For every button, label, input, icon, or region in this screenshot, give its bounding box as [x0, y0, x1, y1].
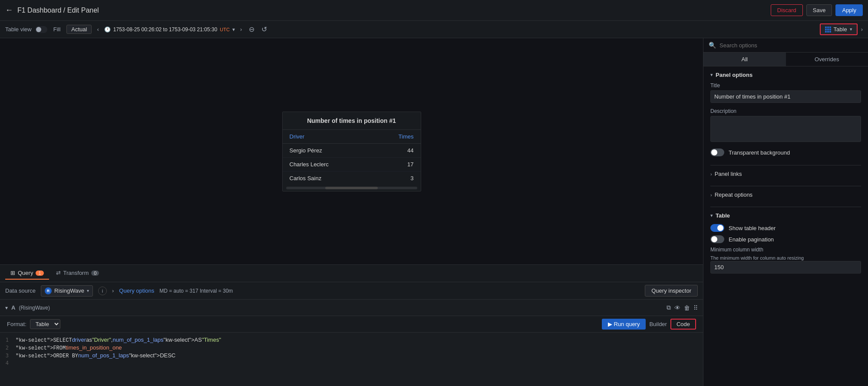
time-range-picker[interactable]: 🕐 1753-08-25 00:26:02 to 1753-09-03 21:0… — [104, 26, 235, 33]
time-next-button[interactable]: › — [238, 26, 244, 33]
code-button[interactable]: Code — [670, 319, 696, 330]
tab-transform-badge: 0 — [91, 271, 99, 276]
time-prev-button[interactable]: ‹ — [95, 26, 100, 33]
bottom-panel: ⊞ Query 1 ⇄ Transform 0 Data source R Ri… — [0, 264, 703, 386]
title-field-group: Title — [710, 82, 861, 103]
time-chevron-icon: ▾ — [232, 26, 235, 33]
description-textarea[interactable] — [710, 116, 861, 142]
min-col-width-input[interactable] — [710, 261, 861, 274]
repeat-options-chevron: › — [710, 192, 712, 198]
table-view-label: Table view — [5, 26, 32, 33]
query-tabs: ⊞ Query 1 ⇄ Transform 0 — [0, 265, 703, 282]
times-cell: 3 — [372, 171, 420, 185]
tab-transform[interactable]: ⇄ Transform 0 — [51, 267, 105, 280]
drag-handle[interactable]: ⠿ — [693, 304, 698, 311]
time-range-text: 1753-08-25 00:26:02 to 1753-09-03 21:05:… — [113, 26, 218, 33]
data-source-selector[interactable]: R RisingWave ▾ — [41, 285, 93, 297]
panel-options-chevron: ▾ — [710, 72, 713, 78]
tab-transform-icon: ⇄ — [56, 270, 61, 276]
delete-query-button[interactable]: 🗑 — [684, 304, 690, 311]
search-bar: 🔍 — [703, 38, 868, 53]
horizontal-scrollbar[interactable] — [286, 187, 417, 189]
refresh-button[interactable]: ↺ — [260, 25, 269, 33]
copy-query-button[interactable]: ⧉ — [667, 304, 671, 311]
top-nav: ← F1 Dashboard / Edit Panel Discard Save… — [0, 0, 868, 21]
tab-query[interactable]: ⊞ Query 1 — [5, 267, 49, 280]
right-panel: 🔍 All Overrides ▾ Panel options Title — [703, 38, 868, 386]
datasource-icon: R — [45, 287, 52, 294]
show-table-header-toggle[interactable] — [710, 224, 724, 232]
tab-all[interactable]: All — [703, 53, 786, 66]
format-label: Format: — [7, 321, 26, 327]
transparent-bg-label: Transparent background — [729, 149, 790, 156]
code-editor[interactable]: 1 "kw-select">SELECT driver as "Driver",… — [0, 333, 703, 386]
search-options-input[interactable] — [719, 42, 863, 49]
code-line: 2 "kw-select">FROM times_in_position_one — [0, 344, 703, 352]
transparent-bg-toggle[interactable] — [710, 148, 724, 156]
tab-query-label: Query — [18, 270, 33, 276]
query-label: A — [11, 304, 15, 311]
description-label: Description — [710, 108, 861, 114]
repeat-options-header[interactable]: › Repeat options — [710, 191, 861, 198]
search-icon: 🔍 — [709, 42, 716, 49]
times-cell: 17 — [372, 157, 420, 171]
viz-chevron-icon: ▾ — [850, 26, 852, 32]
collapse-button[interactable]: ▾ — [5, 305, 8, 311]
panel-title-input[interactable] — [710, 90, 861, 103]
editor-action-icons: ⧉ 👁 🗑 ⠿ — [667, 304, 698, 311]
viz-label: Table — [834, 26, 847, 33]
driver-cell: Charles Leclerc — [283, 157, 372, 171]
enable-pagination-row: Enable pagination — [710, 235, 861, 243]
format-select[interactable]: Table — [30, 319, 60, 329]
data-table: Driver Times Sergio Pérez 44 Charles Lec… — [283, 130, 421, 185]
table-row: Sergio Pérez 44 — [283, 143, 421, 157]
data-table-container: Number of times in position #1 Driver Ti… — [282, 112, 421, 191]
tab-query-icon: ⊞ — [10, 270, 15, 276]
query-options-link[interactable]: Query options — [119, 287, 154, 294]
tab-overrides[interactable]: Overrides — [786, 53, 868, 66]
repeat-options-section: › Repeat options — [710, 186, 861, 207]
preview-area: Number of times in position #1 Driver Ti… — [0, 38, 703, 264]
panel-links-section: › Panel links — [710, 165, 861, 186]
apply-button[interactable]: Apply — [835, 4, 863, 16]
save-button[interactable]: Save — [806, 4, 832, 16]
fill-button[interactable]: Fill — [51, 25, 63, 33]
visualization-selector[interactable]: Table ▾ — [820, 23, 858, 35]
table-section-chevron: ▾ — [710, 213, 713, 218]
back-button[interactable]: ← — [5, 6, 13, 15]
code-line: 4 — [0, 360, 703, 366]
transparent-bg-row: Transparent background — [710, 148, 861, 156]
col-header-driver: Driver — [283, 130, 372, 144]
viz-right-arrow[interactable]: › — [861, 26, 863, 33]
zoom-out-button[interactable]: ⊖ — [247, 25, 256, 33]
min-col-width-label: Minimum column width — [710, 247, 861, 253]
panel-links-chevron: › — [710, 172, 712, 177]
table-section-title: Table — [716, 212, 730, 219]
driver-cell: Carlos Sainz — [283, 171, 372, 185]
datasource-info-button[interactable]: i — [98, 287, 107, 295]
toggle-visibility-button[interactable]: 👁 — [674, 304, 680, 311]
right-content: ▾ Panel options Title Description Transp… — [703, 66, 868, 386]
datasource-chevron-icon: ▾ — [87, 288, 89, 293]
title-field-label: Title — [710, 82, 861, 89]
discard-button[interactable]: Discard — [771, 4, 803, 16]
query-meta: MD = auto = 317 Interval = 30m — [159, 288, 233, 294]
utc-badge: UTC — [220, 27, 230, 32]
run-query-button[interactable]: ▶ Run query — [602, 319, 646, 330]
driver-cell: Sergio Pérez — [283, 143, 372, 157]
min-col-width-help: The minimum width for column auto resizi… — [710, 255, 804, 261]
center-panel: Number of times in position #1 Driver Ti… — [0, 38, 703, 386]
code-line: 1 "kw-select">SELECT driver as "Driver",… — [0, 336, 703, 344]
show-table-header-row: Show table header — [710, 224, 861, 232]
code-line: 3 "kw-select">ORDER BY num_of_pos_1_laps… — [0, 352, 703, 360]
panel-links-header[interactable]: › Panel links — [710, 171, 861, 177]
line-content: "kw-select">FROM — [16, 345, 66, 351]
enable-pagination-toggle[interactable] — [710, 235, 724, 243]
enable-pagination-label: Enable pagination — [729, 236, 774, 243]
panel-options-header[interactable]: ▾ Panel options — [710, 72, 861, 78]
panel-links-title: Panel links — [715, 171, 742, 177]
query-inspector-button[interactable]: Query inspector — [645, 285, 698, 297]
actual-button[interactable]: Actual — [66, 25, 92, 34]
table-view-toggle[interactable] — [35, 26, 47, 33]
editor-toolbar: Table view Fill Actual ‹ 🕐 1753-08-25 00… — [0, 21, 868, 38]
